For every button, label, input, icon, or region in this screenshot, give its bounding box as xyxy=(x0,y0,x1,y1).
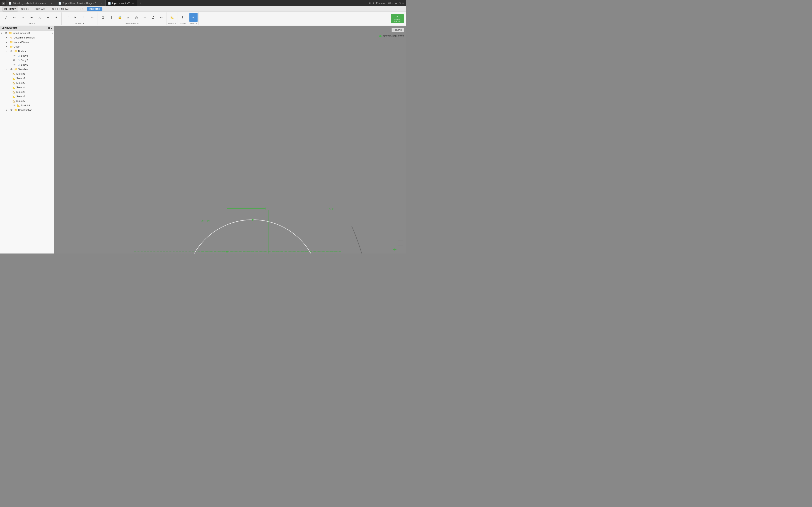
tool-select[interactable]: ↖ xyxy=(189,13,198,22)
bodies-arrow: ▾ xyxy=(6,50,9,52)
sketch-canvas: 43.19 5.19 ⊞ xyxy=(54,26,406,253)
tab-2-icon: 📄 xyxy=(58,2,61,5)
body1-eye: 👁 xyxy=(12,63,16,66)
select-group: ↖ SELECT xyxy=(189,12,199,25)
tree-sketch7[interactable]: 📐 Sketch7 xyxy=(0,99,54,103)
view-label-text: FRONT xyxy=(394,29,402,31)
tree-origin[interactable]: ▸ 📁 Origin xyxy=(0,44,54,49)
browser-settings-icon[interactable]: ⚙ xyxy=(48,27,50,30)
tool-point[interactable]: + xyxy=(52,13,60,22)
tree-doc-settings[interactable]: ▸ ⚙ Document Settings xyxy=(0,35,54,40)
root-folder-icon: 📁 xyxy=(9,31,12,35)
tool-fillet[interactable]: ⌒ xyxy=(63,13,71,22)
horizontal-icon: ═ xyxy=(144,16,146,19)
tab-sketch[interactable]: SKETCH xyxy=(87,7,102,11)
design-dropdown[interactable]: DESIGN ▾ xyxy=(2,6,18,11)
browser-panel: ◀ BROWSER ⚙ ▸ ▾ 👁 📁 tripod mount v8 ● ▸ … xyxy=(0,26,54,253)
tool-inspect[interactable]: 📐 xyxy=(168,13,176,22)
sketch2-icon: 📐 xyxy=(12,76,16,80)
sketches-label: Sketches xyxy=(18,68,53,71)
tool-cross[interactable]: ┼ xyxy=(44,13,52,22)
tool-triangle-c[interactable]: △ xyxy=(124,13,132,22)
window-maximize[interactable]: □ xyxy=(399,2,401,5)
browser-expand-icon[interactable]: ▸ xyxy=(51,27,52,30)
sketches-eye: 👁 xyxy=(9,67,13,71)
tool-line[interactable]: ╱ xyxy=(2,13,10,22)
bodies-icon: 📁 xyxy=(14,49,18,53)
select-icon: ↖ xyxy=(192,16,195,19)
finish-sketch-button[interactable]: ✓ FINISH SKETCH xyxy=(391,14,404,23)
tab-1-close[interactable]: × xyxy=(50,2,53,5)
tool-mirror[interactable]: ⇔ xyxy=(88,13,96,22)
tree-body2[interactable]: 👁 □ Body2 xyxy=(0,58,54,62)
sketch-palette-indicator[interactable]: SKETCH PALETTE xyxy=(379,35,404,38)
tab-solid[interactable]: SOLID xyxy=(18,7,31,11)
inspect-icon: 📐 xyxy=(170,16,174,19)
tool-triangle[interactable]: △ xyxy=(36,13,44,22)
origin-arrow: ▸ xyxy=(6,46,9,48)
body2-eye: 👁 xyxy=(12,58,16,62)
tree-sketches[interactable]: ▾ 👁 📁 Sketches xyxy=(0,67,54,71)
body2-icon: □ xyxy=(17,58,20,62)
tree-sketch3[interactable]: 📐 Sketch3 xyxy=(0,80,54,85)
tab-3-close[interactable]: × xyxy=(132,2,135,5)
insert-label: INSERT xyxy=(180,22,186,24)
sketch3-icon: 📐 xyxy=(12,81,16,84)
fillet-icon: ⌒ xyxy=(65,16,69,19)
tree-sketch1[interactable]: 📐 Sketch1 xyxy=(0,71,54,76)
sketch1-icon: 📐 xyxy=(12,72,16,75)
sync-icon: ⟳ xyxy=(369,2,371,5)
tree-construction[interactable]: ▸ 👁 📁 Construction xyxy=(0,108,54,112)
named-views-label: Named Views xyxy=(14,41,53,44)
root-label: tripod mount v8 xyxy=(13,32,52,35)
tab-sheet-metal[interactable]: SHEET METAL xyxy=(49,7,72,11)
tool-constrain1[interactable]: ⊡ xyxy=(99,13,107,22)
tool-spline[interactable]: 〜 xyxy=(27,13,35,22)
viewport[interactable]: 43.19 5.19 ⊞ FRONT SKETCH PALETTE ⊕ ⊡ ↺ … xyxy=(54,26,406,253)
tool-lock[interactable]: 🔒 xyxy=(115,13,124,22)
tree-sketch5[interactable]: 📐 Sketch5 xyxy=(0,90,54,94)
tree-sketch9[interactable]: 👁 📐 Sketch9 xyxy=(0,103,54,108)
origin-icon: 📁 xyxy=(9,45,13,48)
select-label: SELECT xyxy=(190,22,197,24)
tool-rect-c[interactable]: ▭ xyxy=(157,13,166,22)
sketch1-label: Sketch1 xyxy=(16,72,53,75)
tab-surface[interactable]: SURFACE xyxy=(32,7,49,11)
tab-2[interactable]: 📄 Tripod Head Tension Hinge v2 v5 × xyxy=(56,0,106,6)
tab-tools[interactable]: TOOLS xyxy=(72,7,86,11)
tab-1-label: Tripod Hyperboloid with screw v3* xyxy=(13,2,49,5)
sketch-palette-dot xyxy=(379,35,382,37)
doc-settings-icon: ⚙ xyxy=(9,36,13,39)
window-minimize[interactable]: — xyxy=(395,2,397,5)
tool-offset[interactable]: ⌇ xyxy=(80,13,88,22)
tab-3[interactable]: 📄 tripod mount v8* × xyxy=(106,0,137,6)
tool-rectangle[interactable]: ▭ xyxy=(10,13,18,22)
tab-2-close[interactable]: × xyxy=(100,2,103,5)
tool-circle-c[interactable]: ◎ xyxy=(132,13,141,22)
window-close[interactable]: × xyxy=(402,2,404,5)
tool-circle[interactable]: ○ xyxy=(19,13,27,22)
tree-bodies[interactable]: ▾ 👁 📁 Bodies xyxy=(0,49,54,53)
title-bar: F 📄 Tripod Hyperboloid with screw v3* × … xyxy=(0,0,406,6)
tree-named-views[interactable]: ▸ 📁 Named Views xyxy=(0,40,54,44)
tree-body3[interactable]: 👁 □ Body3 xyxy=(0,53,54,58)
sketch6-icon: 📐 xyxy=(12,95,16,98)
tab-1[interactable]: 📄 Tripod Hyperboloid with screw v3* × xyxy=(6,0,56,6)
tool-trim[interactable]: ✂ xyxy=(71,13,80,22)
tree-sketch6[interactable]: 📐 Sketch6 xyxy=(0,94,54,99)
tab-2-label: Tripod Head Tension Hinge v2 v5 xyxy=(62,2,99,5)
bodies-label: Bodies xyxy=(18,50,53,53)
tool-horizontal[interactable]: ═ xyxy=(141,13,149,22)
tangent-icon: ∠ xyxy=(152,16,155,19)
tree-root[interactable]: ▾ 👁 📁 tripod mount v8 ● xyxy=(0,31,54,35)
tree-sketch4[interactable]: 📐 Sketch4 xyxy=(0,85,54,90)
new-tab-button[interactable]: + xyxy=(137,0,143,6)
browser-collapse-icon[interactable]: ◀ xyxy=(2,27,4,30)
browser-header: ◀ BROWSER ⚙ ▸ xyxy=(0,26,54,31)
tool-insert[interactable]: ⬇ xyxy=(179,13,187,22)
tree-body1[interactable]: 👁 □ Body1 xyxy=(0,62,54,67)
modify-label: MODIFY ▾ xyxy=(75,22,84,24)
tool-tangent[interactable]: ∠ xyxy=(149,13,157,22)
tool-constrain2[interactable]: ∥ xyxy=(107,13,115,22)
tree-sketch2[interactable]: 📐 Sketch2 xyxy=(0,76,54,80)
